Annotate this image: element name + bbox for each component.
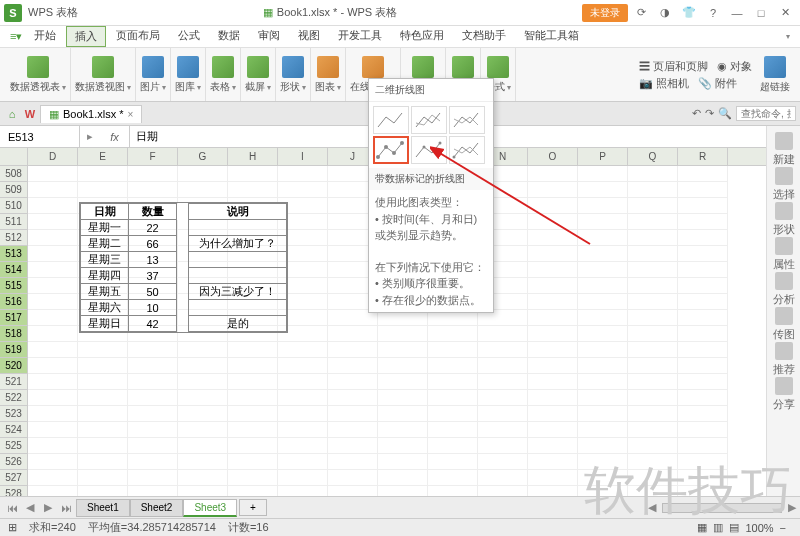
cell[interactable]	[678, 278, 728, 294]
ribbon-图库[interactable]: 图库▾	[171, 48, 206, 101]
td[interactable]: 星期六	[81, 300, 129, 316]
cell[interactable]	[278, 470, 328, 486]
command-search-input[interactable]	[736, 106, 796, 121]
sheet-tab-Sheet1[interactable]: Sheet1	[76, 499, 130, 517]
cell[interactable]	[478, 406, 528, 422]
cell-reference[interactable]: E513	[0, 126, 80, 147]
row-header-516[interactable]: 516	[0, 294, 27, 310]
row-header-522[interactable]: 522	[0, 390, 27, 406]
view-normal-icon[interactable]: ▦	[697, 521, 707, 534]
cell[interactable]	[528, 438, 578, 454]
cell[interactable]	[528, 230, 578, 246]
cell[interactable]	[328, 454, 378, 470]
td[interactable]: 星期二	[81, 236, 129, 252]
cell[interactable]	[378, 438, 428, 454]
line-chart-option-5[interactable]	[411, 136, 447, 164]
cell[interactable]	[28, 342, 78, 358]
maximize-icon[interactable]: □	[750, 4, 772, 22]
cell[interactable]	[378, 454, 428, 470]
cell[interactable]	[378, 406, 428, 422]
cell[interactable]	[528, 198, 578, 214]
td[interactable]: 37	[129, 268, 177, 284]
row-header-510[interactable]: 510	[0, 198, 27, 214]
cell[interactable]	[78, 438, 128, 454]
cell[interactable]	[528, 342, 578, 358]
cell[interactable]	[128, 438, 178, 454]
cell[interactable]	[578, 310, 628, 326]
row-header-509[interactable]: 509	[0, 182, 27, 198]
cell[interactable]	[628, 470, 678, 486]
ribbon-camera[interactable]: 📷 照相机 📎 附件	[639, 76, 752, 91]
cell[interactable]	[528, 374, 578, 390]
row-header-521[interactable]: 521	[0, 374, 27, 390]
menu-dropdown-icon[interactable]: ≡▾	[10, 30, 22, 43]
cell[interactable]	[628, 230, 678, 246]
side-传图[interactable]: 传图	[773, 307, 795, 342]
close-icon[interactable]: ✕	[774, 4, 796, 22]
row-header-512[interactable]: 512	[0, 230, 27, 246]
line-chart-option-1[interactable]	[373, 106, 409, 134]
cell[interactable]	[578, 342, 628, 358]
cell[interactable]	[578, 198, 628, 214]
menu-特色应用[interactable]: 特色应用	[392, 26, 452, 47]
view-break-icon[interactable]: ▤	[729, 521, 739, 534]
cell[interactable]	[628, 326, 678, 342]
cell[interactable]	[78, 390, 128, 406]
cell[interactable]	[678, 438, 728, 454]
cell[interactable]	[578, 422, 628, 438]
sync-icon[interactable]: ⟳	[630, 4, 652, 22]
cell[interactable]	[378, 342, 428, 358]
fx-button[interactable]: fx	[100, 126, 130, 147]
cell[interactable]	[28, 198, 78, 214]
cell[interactable]	[278, 182, 328, 198]
cell[interactable]	[78, 374, 128, 390]
name-dropdown-icon[interactable]: ▸	[80, 130, 100, 143]
cell[interactable]	[28, 374, 78, 390]
cell[interactable]	[628, 342, 678, 358]
sheet-nav-prev-icon[interactable]: ◀	[22, 501, 38, 514]
cell[interactable]	[678, 294, 728, 310]
cell[interactable]	[228, 374, 278, 390]
col-header-E[interactable]: E	[78, 148, 128, 165]
td[interactable]: 13	[129, 252, 177, 268]
row-header-517[interactable]: 517	[0, 310, 27, 326]
cell[interactable]	[28, 454, 78, 470]
cell[interactable]	[28, 422, 78, 438]
cell[interactable]	[28, 358, 78, 374]
cell[interactable]	[228, 438, 278, 454]
cell[interactable]	[228, 454, 278, 470]
cell[interactable]	[578, 246, 628, 262]
cell[interactable]	[378, 326, 428, 342]
row-header-514[interactable]: 514	[0, 262, 27, 278]
menu-视图[interactable]: 视图	[290, 26, 328, 47]
ribbon-图片[interactable]: 图片▾	[136, 48, 171, 101]
cell[interactable]	[478, 454, 528, 470]
cell[interactable]	[678, 390, 728, 406]
select-all-corner[interactable]	[0, 148, 27, 166]
cell[interactable]	[328, 470, 378, 486]
cell[interactable]	[678, 470, 728, 486]
cell[interactable]	[328, 422, 378, 438]
undo-icon[interactable]: ↶	[692, 107, 701, 120]
cell[interactable]	[178, 470, 228, 486]
zoom-value[interactable]: 100%	[745, 522, 773, 534]
cell[interactable]	[528, 390, 578, 406]
cell[interactable]	[428, 438, 478, 454]
cell[interactable]	[578, 182, 628, 198]
cell[interactable]	[128, 390, 178, 406]
side-推荐[interactable]: 推荐	[773, 342, 795, 377]
cell[interactable]	[678, 214, 728, 230]
td[interactable]: 为什么增加了？	[189, 236, 287, 252]
cell[interactable]	[628, 182, 678, 198]
cell[interactable]	[578, 390, 628, 406]
cell[interactable]	[328, 374, 378, 390]
cell[interactable]	[178, 374, 228, 390]
row-header-511[interactable]: 511	[0, 214, 27, 230]
td[interactable]	[177, 252, 189, 268]
cell[interactable]	[28, 262, 78, 278]
td[interactable]: 星期一	[81, 220, 129, 236]
row-header-527[interactable]: 527	[0, 470, 27, 486]
cell[interactable]	[528, 326, 578, 342]
td[interactable]: 66	[129, 236, 177, 252]
side-分析[interactable]: 分析	[773, 272, 795, 307]
